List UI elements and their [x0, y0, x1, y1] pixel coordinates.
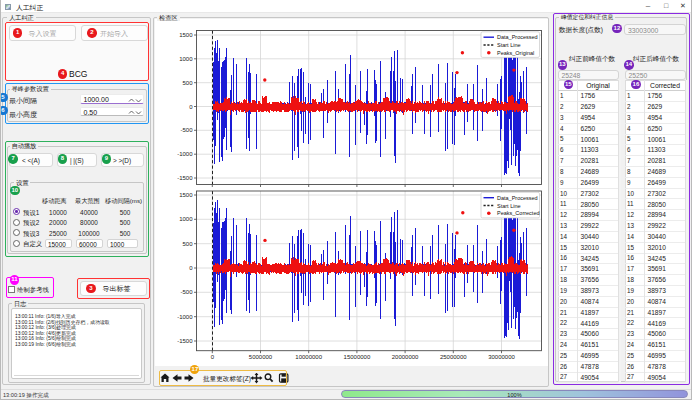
- svg-text:Start Line: Start Line: [497, 42, 521, 48]
- svg-text:Data_Processed: Data_Processed: [497, 195, 538, 201]
- svg-text:-1500: -1500: [177, 175, 193, 181]
- svg-text:0: 0: [189, 104, 193, 110]
- svg-text:-500: -500: [180, 289, 193, 295]
- svg-text:1000: 1000: [179, 216, 193, 222]
- svg-text:25000000: 25000000: [440, 354, 467, 360]
- svg-text:Peaks_Original: Peaks_Original: [497, 50, 534, 56]
- svg-text:0: 0: [189, 265, 193, 271]
- svg-text:500: 500: [182, 241, 193, 247]
- svg-text:1500: 1500: [179, 192, 193, 198]
- svg-text:1000: 1000: [179, 56, 193, 62]
- svg-text:Data_Processed: Data_Processed: [497, 34, 538, 40]
- svg-text:5000000: 5000000: [249, 354, 273, 360]
- svg-text:-1500: -1500: [177, 338, 193, 344]
- svg-text:Start Line: Start Line: [497, 203, 521, 209]
- svg-text:15000000: 15000000: [344, 354, 371, 360]
- svg-text:-1000: -1000: [177, 314, 193, 320]
- svg-text:0: 0: [211, 354, 215, 360]
- svg-text:500: 500: [182, 80, 193, 86]
- svg-text:-1000: -1000: [177, 151, 193, 157]
- svg-text:20000000: 20000000: [392, 354, 419, 360]
- svg-text:1500: 1500: [179, 32, 193, 38]
- svg-text:-500: -500: [180, 127, 193, 133]
- svg-text:Peaks_Corrected: Peaks_Corrected: [497, 210, 540, 216]
- svg-text:30000000: 30000000: [488, 354, 515, 360]
- svg-text:10000000: 10000000: [295, 354, 322, 360]
